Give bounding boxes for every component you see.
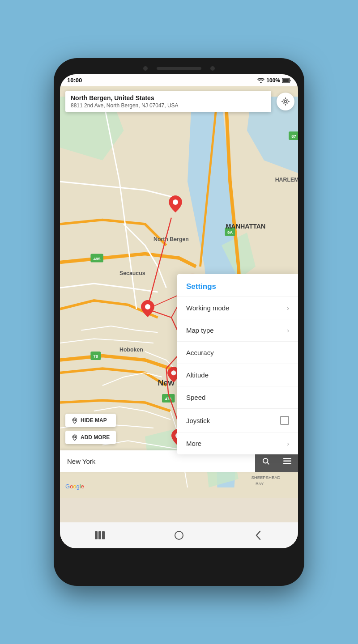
svg-text:Hoboken: Hoboken <box>119 347 143 353</box>
nav-back-button[interactable] <box>245 526 272 544</box>
add-more-button[interactable]: ADD MORE <box>65 431 116 444</box>
hide-map-button[interactable]: HIDE MAP <box>65 414 116 427</box>
map-pin-4[interactable] <box>141 300 154 319</box>
svg-text:87: 87 <box>291 134 296 139</box>
svg-text:Secaucus: Secaucus <box>119 270 145 276</box>
status-time: 10:00 <box>67 77 82 84</box>
phone-frame: 10:00 100% <box>54 58 304 586</box>
home-icon <box>174 530 184 540</box>
google-logo: Google <box>65 483 84 490</box>
svg-point-32 <box>171 370 176 375</box>
svg-rect-45 <box>175 531 183 539</box>
settings-item-speed[interactable]: Speed <box>177 386 298 408</box>
svg-text:78: 78 <box>94 354 98 359</box>
wifi-icon <box>257 78 264 83</box>
settings-item-accuracy[interactable]: Accuracy <box>177 341 298 364</box>
svg-text:SHEEPSHEAD: SHEEPSHEAD <box>251 475 281 480</box>
settings-item-altitude[interactable]: Altitude <box>177 364 298 386</box>
map-buttons: HIDE MAP ADD MORE <box>65 414 116 444</box>
map-area[interactable]: 87 9A 495 78 478 HARLEM MANHATTAN Secauc… <box>60 86 298 498</box>
search-text: New York <box>60 458 255 465</box>
gps-icon <box>281 97 290 106</box>
svg-text:HARLEM: HARLEM <box>275 177 298 183</box>
settings-item-map-type[interactable]: Map type › <box>177 319 298 341</box>
search-icon <box>262 457 270 465</box>
svg-point-26 <box>283 99 288 104</box>
location-box: North Bergen, United States 8811 2nd Ave… <box>65 91 271 112</box>
camera-dot-2 <box>210 66 215 71</box>
battery-icon <box>282 78 291 83</box>
settings-item-working-mode[interactable]: Working mode › <box>177 297 298 319</box>
location-address: 8811 2nd Ave, North Bergen, NJ 07047, US… <box>71 102 266 109</box>
location-title: North Bergen, United States <box>71 94 266 102</box>
svg-text:MANHATTAN: MANHATTAN <box>226 223 266 230</box>
svg-point-25 <box>285 101 287 103</box>
svg-text:North Bergen: North Bergen <box>153 236 189 242</box>
phone-screen: 10:00 100% <box>60 74 298 548</box>
recent-apps-icon <box>95 531 105 539</box>
chevron-right-icon-2: › <box>287 327 289 334</box>
battery-text: 100% <box>266 77 280 84</box>
svg-point-30 <box>145 304 150 309</box>
nav-recent-button[interactable] <box>86 526 113 544</box>
chevron-right-icon-3: › <box>287 440 289 447</box>
svg-text:BAY: BAY <box>256 481 264 486</box>
settings-panel: Settings Working mode › Map type › Accur… <box>177 274 298 454</box>
svg-rect-41 <box>283 463 291 464</box>
speaker-grille <box>157 67 201 70</box>
svg-rect-2 <box>283 79 289 82</box>
nav-home-button[interactable] <box>166 526 192 544</box>
gps-button[interactable] <box>277 93 294 110</box>
back-icon <box>255 530 261 540</box>
bottom-navigation-bar <box>60 522 298 548</box>
svg-rect-43 <box>98 531 101 539</box>
camera-dot <box>143 66 148 71</box>
svg-point-34 <box>74 419 76 421</box>
status-bar: 10:00 100% <box>60 74 298 86</box>
svg-rect-40 <box>283 461 291 462</box>
hamburger-icon <box>283 458 291 464</box>
svg-text:9A: 9A <box>227 230 233 235</box>
add-location-icon <box>72 434 78 441</box>
svg-rect-44 <box>102 531 105 539</box>
settings-title: Settings <box>177 274 298 297</box>
location-icon <box>72 417 78 424</box>
chevron-right-icon: › <box>287 305 289 312</box>
svg-point-35 <box>74 436 76 438</box>
settings-item-more[interactable]: More › <box>177 432 298 454</box>
svg-rect-39 <box>283 458 291 459</box>
svg-rect-1 <box>290 80 291 81</box>
svg-text:495: 495 <box>94 256 101 261</box>
svg-point-27 <box>173 199 178 205</box>
map-pin-1[interactable] <box>169 195 182 214</box>
svg-line-38 <box>267 462 268 464</box>
settings-item-joystick[interactable]: Joystick <box>177 408 298 432</box>
svg-rect-42 <box>95 531 98 539</box>
joystick-checkbox[interactable] <box>280 416 289 425</box>
